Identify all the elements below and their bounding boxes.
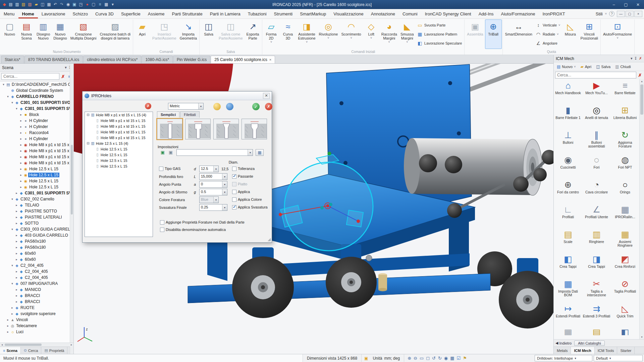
ribbon-button-smartdimension[interactable]: ↔SmartDimension — [503, 19, 534, 49]
catalog-item-profilati[interactable]: ∟Profilati — [554, 203, 582, 228]
tree-item-pas60x180[interactable]: ▸◆PAS60x180 — [0, 238, 73, 244]
chevron-down-icon[interactable]: ˅ — [605, 12, 607, 15]
confirm-button[interactable]: ✓ — [252, 103, 260, 110]
document-tab-cilindro-elettrico-iai-rcp-ics[interactable]: cilindro elettrico IAI RCP.ics* — [83, 56, 141, 63]
catalog-item-aggiorna-forature[interactable]: ↻Aggiorna Forature — [611, 129, 639, 154]
tree-item-c301-001-supporti-svolg[interactable]: ▾◈C301_001 SUPPORTI SVOLG — [0, 100, 73, 106]
dialog-tree-item-hole-m8-x-p1-x-td-15-x-l-15[interactable]: ▯Hole M8 x p1 x td 15 x L 15 — [85, 123, 153, 129]
tolleranza-checkbox[interactable]: Tolleranza — [232, 166, 255, 171]
menu-tab-parti-strutturate[interactable]: Parti Strutturate — [168, 9, 206, 18]
dialog-tree-item-hole-12-5-x-l-15[interactable]: ▯Hole 12.5 x L 15 — [85, 163, 153, 169]
hole-type-countersink-thumb[interactable] — [213, 119, 239, 139]
tab-semplici[interactable]: Semplici — [157, 111, 179, 118]
chevron-down-icon[interactable]: ▾ — [631, 56, 633, 61]
open-folder-icon[interactable]: ▰ — [33, 0, 39, 9]
tree-item-007-impugnatura[interactable]: ▾◈007 IMPUGNATURA — [0, 281, 73, 287]
ribbon-button-raccorda-margini[interactable]: ◕Raccorda Margini˅ — [380, 19, 399, 49]
tree-item-hole-12-5-x-l-15[interactable]: ▸◉Hole 12.5 x L 15 — [0, 184, 73, 190]
ribbon-button-misura[interactable]: ◺Misura — [562, 19, 579, 49]
applica-checkbox[interactable]: Applica — [232, 189, 250, 194]
tree-expander-icon[interactable]: ▾ — [6, 95, 10, 98]
tree-expander-icon[interactable]: ⊟ — [86, 113, 90, 117]
catalog-item-scale[interactable]: ▤Scale — [554, 228, 582, 253]
menu-tab-menu[interactable]: Menu — [0, 9, 18, 18]
ribbon-button-lavorazione-pattern[interactable]: ▦Lavorazione Pattern — [416, 30, 464, 38]
save-icon[interactable]: ◫ — [40, 0, 46, 9]
scene-search-input[interactable] — [1, 73, 59, 80]
menu-tab-annotazione[interactable]: Annotazione — [367, 9, 399, 18]
rotate-view-icon[interactable]: ↺ — [432, 356, 436, 361]
view-flag-icon[interactable]: ⚑ — [463, 356, 467, 361]
menu-tab-ironcad-synergy-client[interactable]: IronCAD Synergy Client — [421, 9, 475, 18]
resize-grip-icon[interactable]: ◢ — [268, 237, 271, 242]
tree-item-403-guida-carrello[interactable]: ▸◆403 GUIDA CARRELLO — [0, 232, 73, 238]
catalog-item-mech-handbook[interactable]: ⌂Mech Handbook — [554, 79, 582, 104]
document-tab-25-carello-1600-scolgitore-ics[interactable]: 25 Carello 1600 scolgitore.ics× — [211, 56, 275, 63]
catalog-apri-button[interactable]: ▰Apri — [578, 63, 593, 70]
material-ball-icon[interactable] — [213, 103, 221, 110]
catalog-item-barre-filettate-1[interactable]: ▮Barre Filettate 1 — [554, 104, 582, 129]
angolo-sformo-combo[interactable]: 0.5▾ — [199, 189, 227, 195]
tree-expander-icon[interactable]: ▸ — [19, 143, 23, 146]
menu-tab-comuni[interactable]: Comuni — [399, 9, 421, 18]
tree-expander-icon[interactable]: ▾ — [1, 83, 6, 86]
close-tab-icon[interactable]: × — [269, 58, 271, 62]
catalog-item-crea-tappi[interactable]: ◨Crea Tappi — [582, 253, 611, 278]
ironcad-logo-icon[interactable]: ◆ — [1, 0, 7, 9]
menu-tab-lavorazione[interactable]: Lavorazione — [38, 9, 69, 18]
catalog-item-mech-youtu[interactable]: ▶Mech YouTu... — [582, 79, 611, 104]
scene-tree-hscrollbar[interactable]: ◂ ▸ — [0, 343, 73, 347]
catalog-search-input[interactable] — [555, 72, 636, 78]
altri-cataloghi-button[interactable]: Altri Cataloghi — [574, 341, 604, 346]
ribbon-button-curva-3d[interactable]: ≈Curva 3D — [280, 19, 297, 49]
chevron-down-icon[interactable]: ▾ — [248, 149, 253, 156]
catalog-item-orings[interactable]: ○Orings — [611, 178, 639, 203]
ribbon-button-nuovo[interactable]: ▢Nuovo — [1, 19, 18, 49]
tree-expander-icon[interactable]: ▸ — [14, 222, 19, 225]
child-close-button[interactable]: × — [634, 11, 642, 17]
maximize-button[interactable]: ▢ — [620, 0, 632, 9]
tree-item-hole-m8-x-p1-x-td-15-x[interactable]: ▸◉Hole M8 x p1 x td 15 x — [0, 160, 73, 166]
child-restore-button[interactable]: ▢ — [626, 11, 634, 17]
camera-icon[interactable]: ◉ — [65, 0, 71, 9]
tree-expander-icon[interactable]: ▸ — [6, 324, 10, 327]
tree-item-block[interactable]: ▸■Block — [0, 112, 73, 118]
monitor-icon[interactable]: ▢ — [91, 0, 97, 9]
delete-hole-button[interactable]: ✗ — [145, 103, 151, 109]
tree-item-c301-001-supporti-sv[interactable]: ▸◆C301_001 SUPPORTI SV — [0, 190, 73, 196]
catalog-item-crea-tappi[interactable]: ◧Crea Tappi — [554, 253, 582, 278]
tree-item-d-ironcad-demo-f-mech-25-carre[interactable]: ▾▤D:\IronCAD\DEMO\F_mech\25 Carre — [0, 81, 73, 87]
tree-item-bracci[interactable]: ▸◆BRACCI — [0, 293, 73, 299]
document-red-icon[interactable]: ▨ — [27, 0, 33, 9]
document-tab-1080-ag-ics[interactable]: 1080-AG.ics* — [142, 56, 173, 63]
tree-item-c2-004-405[interactable]: ▾◈C2_004_405 — [0, 262, 73, 268]
tree-expander-icon[interactable]: ▸ — [14, 252, 19, 255]
tree-expander-icon[interactable]: ▾ — [10, 228, 14, 231]
menu-tab-aiuto-formazione[interactable]: Aiuto/Formazione — [497, 9, 539, 18]
catalog-item-bulloni[interactable]: ⊥Bulloni — [554, 129, 582, 154]
tree-item-manico[interactable]: ▸◆MANICO — [0, 287, 73, 293]
redo-icon[interactable]: ↷ — [59, 0, 65, 9]
tree-item-c2-004-405[interactable]: ▸◆C2_004_405 — [0, 268, 73, 275]
tree-expander-icon[interactable]: ▸ — [6, 330, 10, 334]
settings-save-icon[interactable]: ▣ — [168, 149, 174, 156]
panel-tab-icm-mech[interactable]: ICM Mech — [571, 347, 594, 354]
stili-menu[interactable]: Stili — [596, 11, 603, 16]
dialog-tree-item-hole-12-5-x-l-15-4[interactable]: ⊟▥Hole 12.5 x L 15 (4) — [85, 140, 153, 146]
zoom-out-icon[interactable]: ⊖ — [414, 356, 417, 361]
ribbon-button-apri[interactable]: ▰Apri — [134, 19, 151, 49]
close-panel-icon[interactable]: ✗ — [639, 56, 642, 61]
menu-tab-visualizzazione[interactable]: Visualizzazione — [330, 9, 367, 18]
tree-expander-icon[interactable]: ▸ — [19, 149, 23, 153]
tab-filettati[interactable]: Filettati — [180, 111, 199, 118]
zoom-grid-icon[interactable]: ▣ — [71, 0, 77, 9]
tree-item-ruote[interactable]: ▸◈RUOTE — [0, 305, 73, 311]
tree-expander-icon[interactable]: ▸ — [19, 137, 23, 140]
angolo-punta-combo[interactable]: 0▾ — [199, 181, 227, 188]
settings-combo[interactable]: ▾ — [176, 149, 253, 156]
view-cube-icon[interactable]: ◳ — [78, 0, 84, 9]
catalog-item-quick-trim[interactable]: ◺Quick Trim — [611, 302, 639, 327]
document-tab-pin-welder-g-ics[interactable]: Pin Welder G.ics — [173, 56, 210, 63]
ribbon-button-rivoluzione[interactable]: ◎Rivoluzione˅ — [317, 19, 340, 49]
dialog-titlebar[interactable]: IPROHoles ✕ — [83, 92, 272, 100]
